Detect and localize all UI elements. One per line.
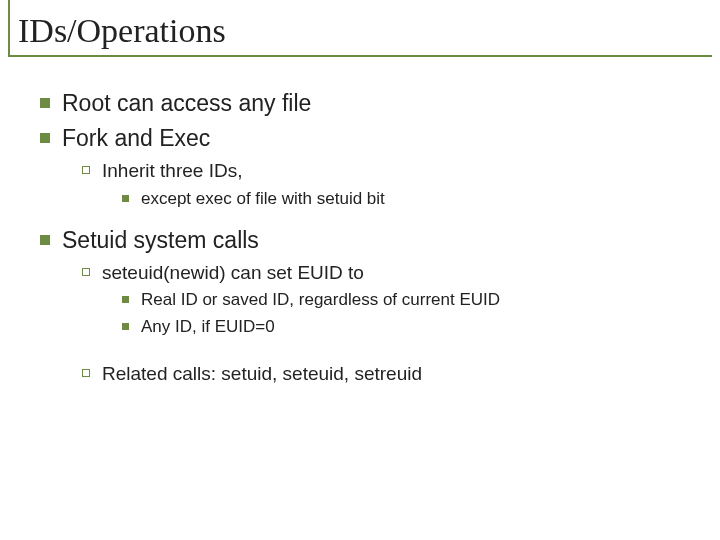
item-text: Related calls: setuid, seteuid, setreuid xyxy=(102,361,422,387)
bullet-list-level2: Inherit three IDs, except exec of file w… xyxy=(82,158,680,211)
item-text: Fork and Exec xyxy=(62,123,210,154)
list-item: Inherit three IDs, except exec of file w… xyxy=(82,158,680,211)
item-text: Setuid system calls xyxy=(62,225,259,256)
list-item: seteuid(newid) can set EUID to Real ID o… xyxy=(82,260,680,340)
title-bar: IDs/Operations xyxy=(0,0,720,58)
square-bullet-icon xyxy=(40,133,50,143)
item-text: Any ID, if EUID=0 xyxy=(141,316,275,339)
slide-title: IDs/Operations xyxy=(18,12,720,50)
item-text: seteuid(newid) can set EUID to xyxy=(102,260,364,286)
list-item: Real ID or saved ID, regardless of curre… xyxy=(122,289,680,312)
square-bullet-icon xyxy=(122,323,129,330)
bullet-list-level2: seteuid(newid) can set EUID to Real ID o… xyxy=(82,260,680,387)
list-item: Root can access any file xyxy=(40,88,680,119)
title-rule-vertical xyxy=(8,0,10,56)
hollow-square-bullet-icon xyxy=(82,166,90,174)
item-text: Inherit three IDs, xyxy=(102,158,242,184)
list-item: Related calls: setuid, seteuid, setreuid xyxy=(82,361,680,387)
bullet-list-level3: Real ID or saved ID, regardless of curre… xyxy=(122,289,680,339)
list-item: except exec of file with setuid bit xyxy=(122,188,680,211)
list-item: Setuid system calls seteuid(newid) can s… xyxy=(40,225,680,387)
square-bullet-icon xyxy=(40,235,50,245)
spacer xyxy=(40,215,680,225)
bullet-list-level3: except exec of file with setuid bit xyxy=(122,188,680,211)
list-item: Fork and Exec Inherit three IDs, except … xyxy=(40,123,680,211)
square-bullet-icon xyxy=(40,98,50,108)
square-bullet-icon xyxy=(122,296,129,303)
hollow-square-bullet-icon xyxy=(82,369,90,377)
item-text: except exec of file with setuid bit xyxy=(141,188,385,211)
title-rule-horizontal xyxy=(8,55,712,57)
list-item: Any ID, if EUID=0 xyxy=(122,316,680,339)
spacer xyxy=(82,343,680,361)
item-text: Real ID or saved ID, regardless of curre… xyxy=(141,289,500,312)
item-text: Root can access any file xyxy=(62,88,311,119)
bullet-list-level1: Root can access any file Fork and Exec I… xyxy=(40,88,680,387)
slide-content: Root can access any file Fork and Exec I… xyxy=(0,58,720,387)
square-bullet-icon xyxy=(122,195,129,202)
hollow-square-bullet-icon xyxy=(82,268,90,276)
